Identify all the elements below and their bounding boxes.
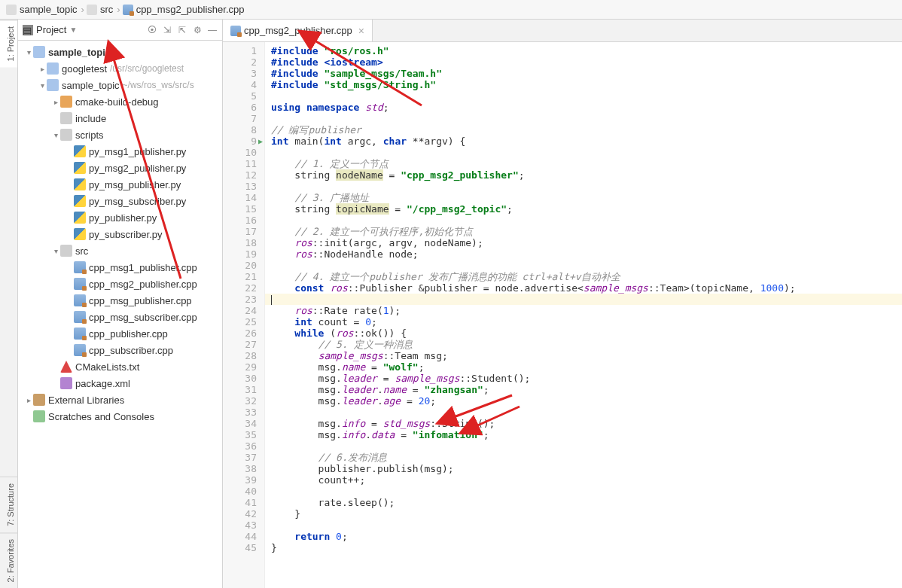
- tree-node[interactable]: package.xml: [18, 375, 222, 391]
- project-tree[interactable]: ▾sample_topic▸googletest/usr/src/googlet…: [18, 41, 222, 588]
- tree-node[interactable]: ▾sample_topic: [18, 44, 222, 60]
- tab-label: cpp_msg2_publisher.cpp: [244, 25, 352, 36]
- tree-arrow-icon[interactable]: ▾: [51, 131, 60, 139]
- tree-node[interactable]: ▸External Libraries: [18, 391, 222, 408]
- tree-label: sample_topic: [48, 47, 111, 58]
- cpp-icon: [74, 344, 86, 356]
- tree-hint: ~/ws/ros_ws/src/s: [123, 80, 194, 90]
- tree-node[interactable]: cpp_msg_subscriber.cpp: [18, 309, 222, 325]
- py-icon: [74, 212, 86, 224]
- tree-node[interactable]: py_msg_publisher.py: [18, 176, 222, 193]
- breadcrumb: sample_topic › src › cpp_msg2_publisher.…: [0, 0, 902, 20]
- tree-node[interactable]: py_publisher.py: [18, 209, 222, 226]
- tree-label: CMakeLists.txt: [75, 361, 139, 373]
- tree-node[interactable]: py_subscriber.py: [18, 226, 222, 242]
- cpp-icon: [74, 261, 86, 273]
- tree-node[interactable]: cpp_msg1_publisher.cpp: [18, 259, 222, 276]
- scratch-icon: [33, 410, 45, 422]
- dropdown-arrow-icon[interactable]: ▼: [69, 26, 77, 34]
- tree-node[interactable]: Scratches and Consoles: [18, 408, 222, 425]
- cpp-icon: [74, 278, 86, 290]
- module-icon: [33, 46, 45, 58]
- tree-label: package.xml: [75, 378, 130, 389]
- cpp-icon: [74, 328, 86, 340]
- tree-label: External Libraries: [48, 395, 124, 406]
- tree-arrow-icon[interactable]: ▾: [51, 247, 60, 255]
- folder-icon: [60, 112, 72, 124]
- panel-title: Project: [36, 24, 66, 35]
- tree-node[interactable]: py_msg2_publisher.py: [18, 160, 222, 176]
- chevron-right-icon: ›: [117, 4, 120, 15]
- close-icon[interactable]: ×: [358, 25, 364, 37]
- tree-node[interactable]: ▾src: [18, 242, 222, 259]
- tree-label: cpp_msg_subscriber.cpp: [89, 312, 197, 323]
- tree-label: py_publisher.py: [89, 212, 157, 224]
- left-tool-window-tabs: 1: Project 7: Structure 2: Favorites: [0, 20, 18, 588]
- tree-node[interactable]: cpp_msg2_publisher.cpp: [18, 276, 222, 292]
- tree-node[interactable]: ▸cmake-build-debug: [18, 93, 222, 110]
- tree-label: py_msg_publisher.py: [89, 179, 181, 190]
- tree-node[interactable]: include: [18, 110, 222, 126]
- tree-arrow-icon[interactable]: ▾: [24, 48, 33, 56]
- tree-label: py_msg_subscriber.py: [89, 196, 186, 207]
- code-content[interactable]: #include "ros/ros.h"#include <iostream>#…: [265, 42, 902, 588]
- tree-label: cpp_subscriber.cpp: [89, 345, 173, 356]
- folder-icon: [6, 5, 17, 15]
- tree-node[interactable]: CMakeLists.txt: [18, 358, 222, 375]
- tree-label: py_msg2_publisher.py: [89, 163, 186, 174]
- tree-hint: /usr/src/googletest: [110, 63, 184, 74]
- tree-node[interactable]: cpp_subscriber.cpp: [18, 342, 222, 358]
- tree-node[interactable]: cpp_msg_publisher.cpp: [18, 292, 222, 309]
- breadcrumb-item[interactable]: src: [87, 4, 113, 15]
- module-icon: [47, 79, 59, 91]
- tree-node[interactable]: ▾scripts: [18, 126, 222, 143]
- tree-node[interactable]: py_msg_subscriber.py: [18, 193, 222, 209]
- breadcrumb-item[interactable]: sample_topic: [6, 4, 78, 15]
- code-editor[interactable]: ▶123456789101112131415161718192021222324…: [223, 42, 902, 588]
- module-icon: [47, 62, 59, 75]
- collapse-all-icon[interactable]: ⇱: [177, 25, 187, 35]
- py-icon: [74, 195, 86, 207]
- tool-tab-project[interactable]: 1: Project: [0, 20, 17, 67]
- py-icon: [74, 178, 86, 190]
- folder-orange-icon: [60, 96, 72, 108]
- tree-label: scripts: [75, 129, 104, 141]
- hide-icon[interactable]: —: [207, 25, 218, 35]
- tool-tab-favorites[interactable]: 2: Favorites: [0, 532, 17, 588]
- cpp-file-icon: [230, 26, 241, 36]
- xml-icon: [60, 377, 72, 389]
- project-view-icon: ▤: [23, 25, 33, 35]
- cpp-icon: [74, 294, 86, 306]
- tree-arrow-icon[interactable]: ▸: [51, 98, 60, 106]
- project-panel-header: ▤ Project ▼ ⦿ ⇲ ⇱ ⚙ —: [18, 20, 222, 41]
- tree-label: src: [75, 245, 88, 257]
- tree-node[interactable]: cpp_publisher.cpp: [18, 325, 222, 342]
- tree-label: cmake-build-debug: [75, 96, 159, 108]
- tree-arrow-icon[interactable]: ▾: [38, 81, 47, 90]
- py-icon: [74, 228, 86, 240]
- tree-label: py_msg1_publisher.py: [89, 146, 186, 157]
- tree-arrow-icon[interactable]: ▸: [38, 65, 47, 73]
- folder-icon: [87, 5, 97, 15]
- gear-icon[interactable]: ⚙: [192, 25, 203, 35]
- tree-label: cpp_msg_publisher.cpp: [89, 295, 192, 306]
- tree-label: cpp_publisher.cpp: [89, 328, 168, 340]
- breadcrumb-item[interactable]: cpp_msg2_publisher.cpp: [123, 4, 245, 15]
- tree-node[interactable]: py_msg1_publisher.py: [18, 143, 222, 160]
- tree-node[interactable]: ▸googletest/usr/src/googletest: [18, 60, 222, 77]
- chevron-right-icon: ›: [81, 4, 84, 15]
- editor-tab[interactable]: cpp_msg2_publisher.cpp ×: [223, 20, 373, 41]
- run-gutter-icon[interactable]: ▶: [258, 136, 263, 147]
- tool-tab-structure[interactable]: 7: Structure: [0, 477, 17, 532]
- tree-node[interactable]: ▾sample_topic~/ws/ros_ws/src/s: [18, 77, 222, 93]
- folder-icon: [60, 245, 72, 257]
- folder-icon: [60, 129, 72, 141]
- editor-area: cpp_msg2_publisher.cpp × ▶12345678910111…: [223, 20, 902, 588]
- tree-label: py_subscriber.py: [89, 229, 163, 240]
- tree-label: googletest: [62, 63, 107, 75]
- locate-icon[interactable]: ⦿: [147, 25, 157, 35]
- tree-label: sample_topic: [62, 80, 120, 91]
- tree-arrow-icon[interactable]: ▸: [24, 396, 33, 404]
- expand-all-icon[interactable]: ⇲: [162, 25, 172, 35]
- line-gutter: ▶123456789101112131415161718192021222324…: [223, 42, 265, 588]
